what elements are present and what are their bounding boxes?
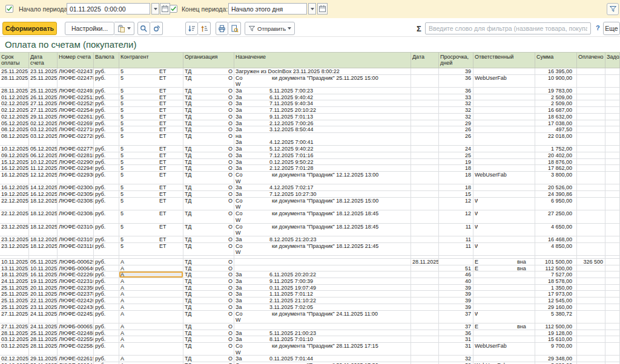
- grid-cell[interactable]: 37: [439, 311, 473, 323]
- grid-cell[interactable]: [234, 259, 411, 265]
- grid-cell[interactable]: ЛЮФЕ-022420: [58, 297, 94, 304]
- grid-cell[interactable]: 25.11.2025: [0, 297, 29, 304]
- grid-cell[interactable]: 29.11.2025: [29, 356, 58, 362]
- grid-cell[interactable]: [411, 311, 439, 323]
- grid-cell[interactable]: ТДО: [183, 224, 234, 236]
- grid-cell[interactable]: [535, 256, 577, 258]
- grid-cell[interactable]: 05.12.2025: [0, 120, 29, 126]
- grid-cell[interactable]: руб.: [94, 184, 119, 190]
- grid-cell[interactable]: 03.12.2025: [0, 343, 29, 355]
- grid-cell[interactable]: ТДО: [183, 210, 234, 223]
- grid-cell[interactable]: ТДО: [183, 146, 234, 152]
- grid-cell[interactable]: 19 783,00: [535, 88, 577, 94]
- grid-cell[interactable]: ЛЮФЕ-022584: [58, 343, 94, 355]
- column-header[interactable]: Дата счета: [29, 53, 58, 68]
- grid-cell[interactable]: [577, 297, 605, 304]
- grid-cell[interactable]: 27 250,00: [535, 210, 577, 223]
- grid-cell[interactable]: [473, 152, 535, 158]
- grid-cell[interactable]: руб.: [94, 88, 119, 94]
- grid-cell[interactable]: [577, 184, 605, 190]
- column-header[interactable]: Дата: [411, 53, 439, 68]
- column-header[interactable]: Срок оплаты: [0, 53, 29, 68]
- grid-cell[interactable]: [577, 336, 605, 342]
- grid-cell[interactable]: [605, 291, 620, 297]
- grid-cell[interactable]: ТДО: [183, 291, 234, 297]
- grid-cell[interactable]: Евна: [473, 265, 535, 271]
- grid-cell[interactable]: [605, 343, 620, 355]
- filter-input[interactable]: [425, 22, 591, 34]
- grid-cell[interactable]: 26: [439, 133, 473, 145]
- grid-cell[interactable]: [577, 120, 605, 126]
- grid-cell[interactable]: 39: [439, 304, 473, 310]
- grid-cell[interactable]: 5ЕТ: [119, 152, 183, 158]
- grid-cell[interactable]: [605, 330, 620, 336]
- grid-cell[interactable]: [577, 304, 605, 310]
- grid-cell[interactable]: ТДО: [183, 159, 234, 165]
- grid-cell[interactable]: [605, 259, 620, 265]
- column-header[interactable]: Оплачено: [577, 53, 605, 68]
- grid-cell[interactable]: Соки документа "Праздник" 18.12.2025 21:…: [234, 243, 411, 255]
- grid-cell[interactable]: 10.12.2025: [0, 146, 29, 152]
- grid-cell[interactable]: ЛЮФЕ-022512: [58, 94, 94, 100]
- grid-cell[interactable]: 5ЕТ: [119, 126, 183, 132]
- grid-cell[interactable]: ЛЮФЕ-023084: [58, 210, 94, 223]
- grid-cell[interactable]: [577, 291, 605, 297]
- grid-cell[interactable]: 5ЕТ: [119, 236, 183, 242]
- grid-cell[interactable]: 23.11.2025: [29, 68, 58, 74]
- grid-cell[interactable]: 25.11.2025: [0, 291, 29, 297]
- grid-cell[interactable]: [577, 126, 605, 132]
- grid-cell[interactable]: 12: [439, 198, 473, 210]
- grid-cell[interactable]: Евна: [473, 323, 535, 330]
- grid-cell[interactable]: За5.11.2025 7:00:23: [234, 88, 411, 94]
- grid-cell[interactable]: [119, 256, 183, 258]
- grid-cell[interactable]: 19.12.2025: [0, 191, 29, 197]
- grid-cell[interactable]: 5ЕТ: [119, 114, 183, 120]
- grid-cell[interactable]: [577, 107, 605, 113]
- grid-cell[interactable]: 5ЕТ: [119, 146, 183, 152]
- grid-cell[interactable]: 24 390,86: [535, 191, 577, 197]
- grid-cell[interactable]: 24: [439, 146, 473, 152]
- grid-cell[interactable]: 25.11.2025: [0, 68, 29, 74]
- grid-cell[interactable]: [473, 291, 535, 297]
- grid-cell[interactable]: [411, 146, 439, 152]
- grid-cell[interactable]: [577, 198, 605, 210]
- grid-cell[interactable]: [234, 323, 411, 330]
- grid-cell[interactable]: [439, 259, 473, 265]
- grid-cell[interactable]: [473, 184, 535, 190]
- grid-cell[interactable]: ТДО: [183, 323, 234, 330]
- grid-cell[interactable]: 1 752,00: [535, 146, 577, 152]
- grid-cell[interactable]: [439, 256, 473, 258]
- sort-ascending-button[interactable]: [198, 22, 211, 35]
- grid-cell[interactable]: 28.11.2025: [0, 75, 29, 87]
- grid-cell[interactable]: [577, 152, 605, 158]
- grid-cell[interactable]: Соки документа "Праздник" 28.11.2025 17:…: [234, 343, 411, 355]
- grid-cell[interactable]: руб.: [94, 243, 119, 255]
- grid-cell[interactable]: 22.12.2025: [0, 210, 29, 223]
- grid-cell[interactable]: [605, 297, 620, 304]
- grid-cell[interactable]: ЛЮФЕ-022697: [58, 120, 94, 126]
- grid-cell[interactable]: 7 527,00: [535, 271, 577, 278]
- grid-cell[interactable]: А: [119, 259, 183, 265]
- grid-cell[interactable]: 23.12.2025: [0, 243, 29, 255]
- grid-cell[interactable]: [577, 133, 605, 145]
- grid-cell[interactable]: 09.12.2025: [0, 152, 29, 158]
- grid-cell[interactable]: 16 468,00: [535, 236, 577, 242]
- grid-cell[interactable]: 18: [439, 172, 473, 184]
- grid-cell[interactable]: 12.12.2025: [29, 172, 58, 184]
- grid-cell[interactable]: [605, 68, 620, 74]
- grid-cell[interactable]: [605, 184, 620, 190]
- grid-cell[interactable]: [605, 191, 620, 197]
- grid-cell[interactable]: 5ЕТ: [119, 68, 183, 74]
- grid-cell[interactable]: 18.12.2025: [29, 236, 58, 242]
- grid-cell[interactable]: За7.12.2025 10:27:30: [234, 191, 411, 197]
- grid-cell[interactable]: ТДО: [183, 75, 234, 87]
- grid-cell[interactable]: [577, 114, 605, 120]
- grid-cell[interactable]: 17 973,00: [535, 291, 577, 297]
- send-button[interactable]: Отправить: [245, 22, 295, 35]
- grid-cell[interactable]: ЛЮФЕ-022436: [58, 304, 94, 310]
- grid-cell[interactable]: 5ЕТ: [119, 75, 183, 87]
- grid-cell[interactable]: 16 395,00: [535, 68, 577, 74]
- grid-cell[interactable]: [605, 356, 620, 362]
- grid-cell[interactable]: 25.11.2025: [29, 88, 58, 94]
- grid-cell[interactable]: 5ЕТ: [119, 165, 183, 171]
